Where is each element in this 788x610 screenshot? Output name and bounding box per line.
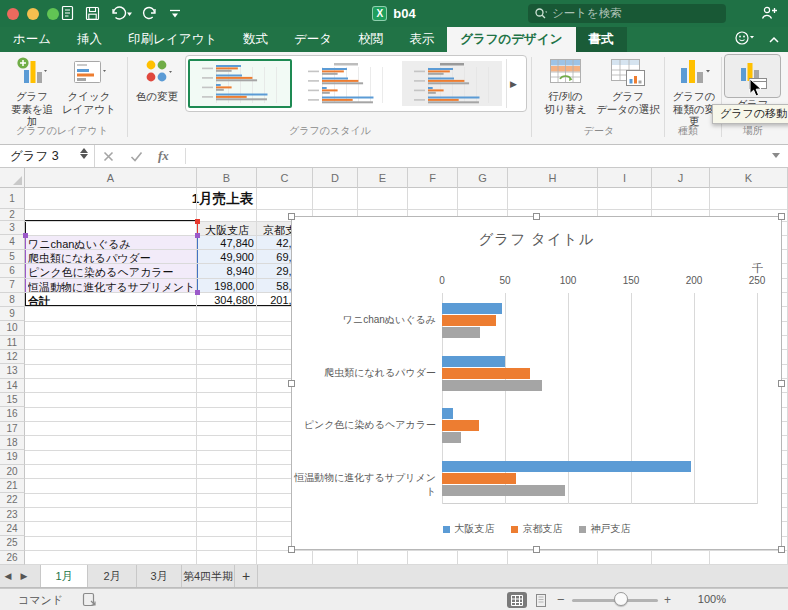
column-header-G[interactable]: G bbox=[458, 168, 508, 188]
row-header-17[interactable]: 17 bbox=[0, 422, 25, 436]
row-header-21[interactable]: 21 bbox=[0, 479, 25, 493]
row-header-1[interactable]: 1 bbox=[0, 188, 25, 209]
bar-神戸支店-1[interactable] bbox=[442, 327, 480, 338]
row-header-15[interactable]: 15 bbox=[0, 393, 25, 407]
new-workbook-icon[interactable] bbox=[60, 5, 75, 22]
sheet-tab-1月[interactable]: 1月 bbox=[40, 565, 88, 587]
legend-item-大阪支店[interactable]: 大阪支店 bbox=[443, 522, 495, 536]
zoom-slider-thumb[interactable] bbox=[614, 592, 628, 606]
chart-selection-handle[interactable] bbox=[778, 380, 785, 387]
column-header-H[interactable]: H bbox=[508, 168, 598, 188]
chart-selection-handle[interactable] bbox=[533, 546, 540, 553]
name-box-stepper[interactable] bbox=[80, 148, 88, 159]
row-header-5[interactable]: 5 bbox=[0, 250, 25, 264]
row-header-3[interactable]: 3 bbox=[0, 221, 25, 235]
legend-item-神戸支店[interactable]: 神戸支店 bbox=[579, 522, 631, 536]
add-sheet-button[interactable]: + bbox=[235, 565, 258, 587]
column-header-A[interactable]: A bbox=[25, 168, 197, 188]
ribbon-tab-9[interactable]: 書式 bbox=[576, 27, 627, 52]
next-sheet-icon[interactable]: ▶ bbox=[16, 565, 32, 587]
change-colors-button[interactable]: 色の変更 bbox=[132, 54, 182, 103]
minimize-window-button[interactable] bbox=[27, 8, 39, 20]
ribbon-tab-2[interactable]: 挿入 bbox=[64, 27, 115, 52]
chart-style-thumbnail-1[interactable] bbox=[188, 59, 292, 108]
range-handle[interactable] bbox=[195, 290, 200, 295]
bar-京都支店-2[interactable] bbox=[442, 368, 530, 379]
chart-selection-handle[interactable] bbox=[533, 213, 540, 220]
row-header-26[interactable]: 26 bbox=[0, 551, 25, 565]
bar-京都支店-3[interactable] bbox=[442, 420, 479, 431]
enter-icon[interactable] bbox=[130, 145, 143, 167]
osaka-value-cell[interactable]: 198,000 bbox=[197, 280, 254, 292]
select-all-corner[interactable] bbox=[0, 168, 25, 188]
range-handle[interactable] bbox=[195, 233, 200, 238]
range-handle[interactable] bbox=[195, 219, 200, 224]
column-header-C[interactable]: C bbox=[257, 168, 313, 188]
chart-selection-handle[interactable] bbox=[288, 213, 295, 220]
ribbon-tab-8[interactable]: グラフのデザイン bbox=[447, 27, 575, 52]
ribbon-tab-7[interactable]: 表示 bbox=[396, 27, 447, 52]
column-header-F[interactable]: F bbox=[408, 168, 458, 188]
chart-selection-handle[interactable] bbox=[288, 380, 295, 387]
row-header-8[interactable]: 8 bbox=[0, 293, 25, 307]
collapse-ribbon-icon[interactable] bbox=[768, 31, 780, 49]
row-header-19[interactable]: 19 bbox=[0, 450, 25, 464]
total-osaka-cell[interactable]: 304,680 bbox=[197, 294, 254, 306]
chart-style-thumbnail-3[interactable] bbox=[400, 59, 504, 108]
row-header-4[interactable]: 4 bbox=[0, 235, 25, 249]
feedback-smiley-icon[interactable] bbox=[734, 30, 756, 50]
close-window-button[interactable] bbox=[7, 8, 19, 20]
chart-style-thumbnail-2[interactable] bbox=[294, 59, 398, 108]
sheet-tab-第4四半期[interactable]: 第4四半期 bbox=[182, 565, 235, 587]
chart-selection-handle[interactable] bbox=[778, 213, 785, 220]
zoom-percentage[interactable]: 100% bbox=[690, 593, 726, 605]
save-icon[interactable] bbox=[85, 6, 100, 21]
osaka-value-cell[interactable]: 8,940 bbox=[197, 265, 254, 277]
page-layout-view-button[interactable] bbox=[531, 592, 551, 608]
chart-selection-handle[interactable] bbox=[778, 546, 785, 553]
select-data-button[interactable]: グラフ データの選択 bbox=[596, 54, 660, 115]
bar-神戸支店-4[interactable] bbox=[442, 485, 565, 496]
ribbon-tab-3[interactable]: 印刷レイアウト bbox=[115, 27, 230, 52]
undo-icon[interactable] bbox=[110, 6, 132, 22]
search-box[interactable]: シートを検索 bbox=[528, 4, 726, 23]
row-header-2[interactable]: 2 bbox=[0, 209, 25, 221]
osaka-value-cell[interactable]: 49,900 bbox=[197, 251, 254, 263]
gallery-more-arrow-icon[interactable]: ▶ bbox=[506, 59, 520, 108]
cancel-icon[interactable] bbox=[103, 145, 114, 167]
add-chart-element-button[interactable]: グラフ 要素を追加 bbox=[6, 54, 58, 128]
range-handle[interactable] bbox=[23, 233, 28, 238]
row-header-18[interactable]: 18 bbox=[0, 436, 25, 450]
embedded-chart[interactable]: グラフ タイトル 千 大阪支店京都支店神戸支店 050100150200250ワ… bbox=[291, 216, 782, 550]
zoom-window-button[interactable] bbox=[47, 8, 59, 20]
ribbon-tab-6[interactable]: 校閲 bbox=[345, 27, 396, 52]
bar-京都支店-4[interactable] bbox=[442, 473, 516, 484]
prev-sheet-icon[interactable]: ◀ bbox=[0, 565, 16, 587]
osaka-value-cell[interactable]: 47,840 bbox=[197, 237, 254, 249]
row-header-25[interactable]: 25 bbox=[0, 536, 25, 550]
row-header-24[interactable]: 24 bbox=[0, 522, 25, 536]
row-header-12[interactable]: 12 bbox=[0, 350, 25, 364]
row-header-11[interactable]: 11 bbox=[0, 336, 25, 350]
column-header-B[interactable]: B bbox=[197, 168, 257, 188]
row-header-10[interactable]: 10 bbox=[0, 321, 25, 335]
chart-title[interactable]: グラフ タイトル bbox=[292, 230, 781, 249]
row-header-13[interactable]: 13 bbox=[0, 364, 25, 378]
quick-layout-button[interactable]: クイック レイアウト bbox=[60, 54, 118, 115]
chart-legend[interactable]: 大阪支店京都支店神戸支店 bbox=[292, 522, 781, 536]
bar-大阪支店-3[interactable] bbox=[442, 408, 453, 419]
bar-大阪支店-4[interactable] bbox=[442, 461, 691, 472]
row-header-16[interactable]: 16 bbox=[0, 407, 25, 421]
zoom-out-button[interactable]: − bbox=[557, 592, 565, 607]
redo-icon[interactable] bbox=[142, 6, 158, 22]
row-header-22[interactable]: 22 bbox=[0, 493, 25, 507]
add-people-icon[interactable] bbox=[760, 5, 778, 25]
bar-京都支店-1[interactable] bbox=[442, 315, 496, 326]
zoom-in-button[interactable]: + bbox=[664, 593, 671, 607]
ribbon-tab-4[interactable]: 数式 bbox=[230, 27, 281, 52]
legend-item-京都支店[interactable]: 京都支店 bbox=[511, 522, 563, 536]
sheet-tab-3月[interactable]: 3月 bbox=[137, 565, 182, 587]
bar-神戸支店-3[interactable] bbox=[442, 432, 461, 443]
row-header-14[interactable]: 14 bbox=[0, 379, 25, 393]
sheet-tab-2月[interactable]: 2月 bbox=[88, 565, 137, 587]
